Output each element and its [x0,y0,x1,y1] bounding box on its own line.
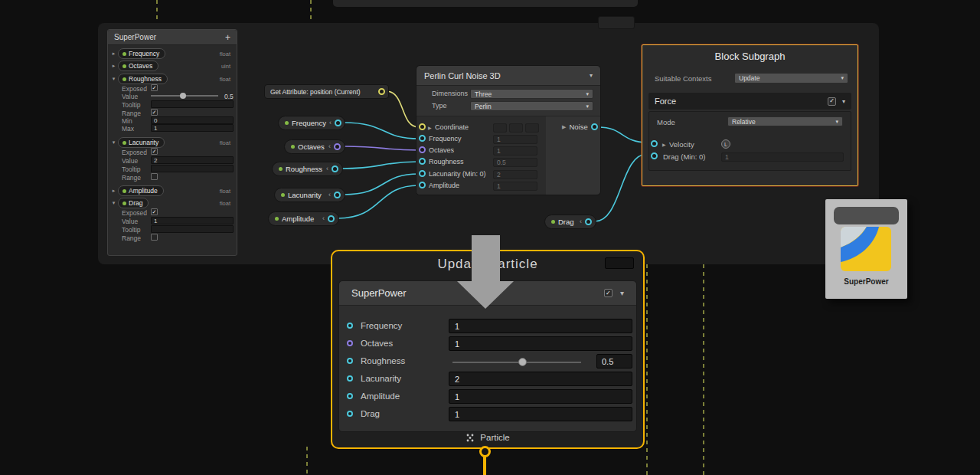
input-port[interactable] [347,393,353,399]
chevron-down-icon[interactable]: ▾ [620,289,624,297]
exposed-checkbox[interactable]: ✓ [151,84,158,91]
min-field[interactable]: 0 [151,116,234,124]
property-pill[interactable]: Amplitude [118,185,164,196]
expander-icon[interactable]: ▾ [109,200,118,206]
get-attribute-node[interactable]: Get Attribute: position (Current) [264,84,389,99]
value-field[interactable]: 1 [151,217,234,224]
output-port[interactable] [335,120,341,126]
input-port[interactable] [347,375,353,382]
property-pill[interactable]: Frequency [118,48,165,59]
output-port[interactable] [591,123,598,130]
blackboard-item-lacunarity[interactable]: ▾ Lacunarity float [109,137,235,148]
input-field[interactable]: 1 [493,146,537,156]
value-field[interactable]: 2 [151,156,234,164]
block-subgraph-panel[interactable]: Block Subgraph Suitable Contexts Update … [642,44,858,186]
blackboard-item-frequency[interactable]: ▸ Frequency float [109,48,235,59]
tooltip-field[interactable] [151,165,234,172]
drag-field[interactable]: 1 [721,152,844,162]
context-capacity-field[interactable] [605,257,634,269]
local-space-badge[interactable]: L [721,139,730,149]
input-port[interactable] [347,323,353,329]
param-node-lacunarity[interactable]: Lacunarity ‹ [274,188,345,202]
input-field[interactable]: 2 [493,170,537,179]
input-field[interactable]: 1 [493,182,537,191]
input-port[interactable] [419,158,426,165]
velocity-input-port[interactable] [651,140,658,147]
collapse-icon[interactable]: ‹ [580,218,582,225]
expander-icon[interactable]: ▾ [109,139,118,146]
output-port[interactable] [585,218,592,225]
collapse-icon[interactable]: ‹ [328,143,331,150]
blackboard-item-amplitude[interactable]: ▸ Amplitude float [109,185,235,196]
input-port[interactable] [419,135,426,142]
input-port[interactable] [347,340,353,346]
collapse-icon[interactable]: ‹ [329,120,332,126]
add-property-button[interactable]: + [225,33,230,42]
coordinate-y-field[interactable] [509,123,523,133]
blackboard-item-drag[interactable]: ▾ Drag float [109,198,235,208]
drag-input-port[interactable] [651,152,658,159]
property-pill[interactable]: Drag [118,198,149,208]
blackboard-item-roughness[interactable]: ▾ Roughness float [109,74,235,84]
max-field[interactable]: 1 [151,124,234,132]
type-dropdown[interactable]: Perlin ▾ [470,101,593,111]
param-node-frequency[interactable]: Frequency ‹ [278,116,345,130]
octaves-field[interactable]: 1 [449,336,632,351]
expander-icon[interactable]: ▸ [109,63,118,69]
exposed-checkbox[interactable]: ✓ [151,148,158,155]
input-port[interactable] [419,146,426,153]
output-port[interactable] [378,88,385,95]
collapse-icon[interactable]: ‹ [322,215,325,222]
blackboard-item-octaves[interactable]: ▸ Octaves uint [109,61,235,71]
expander-triangle-icon[interactable]: ▶ [428,125,432,130]
mode-dropdown[interactable]: Relative ▾ [727,116,843,126]
output-port[interactable] [332,165,338,172]
expander-icon[interactable]: ▸ [109,188,118,194]
chevron-down-icon[interactable]: ▾ [590,72,593,79]
param-node-octaves[interactable]: Octaves ‹ [284,139,345,154]
range-checkbox[interactable] [151,173,158,180]
roughness-slider[interactable] [452,362,581,363]
perlin-curl-noise-node[interactable]: Perlin Curl Noise 3D ▾ Dimensions Three … [416,65,601,195]
exposed-checkbox[interactable]: ✓ [151,208,158,215]
amplitude-field[interactable]: 1 [449,389,632,404]
range-checkbox[interactable] [151,234,158,241]
chevron-down-icon[interactable]: ▾ [842,98,845,105]
output-port[interactable] [334,143,341,150]
force-checkbox[interactable]: ✓ [828,97,836,106]
dimensions-dropdown[interactable]: Three ▾ [470,89,593,99]
expander-icon[interactable]: ▾ [109,76,118,82]
range-checkbox[interactable]: ✓ [151,109,158,116]
coordinate-x-field[interactable] [493,123,507,133]
input-port[interactable] [347,358,353,364]
coordinate-z-field[interactable] [525,123,539,133]
input-field[interactable]: 1 [493,135,537,144]
drag-field[interactable]: 1 [449,407,632,421]
input-field[interactable]: 0.5 [493,158,537,167]
lacunarity-field[interactable]: 2 [449,372,632,386]
slider-handle[interactable] [518,358,527,366]
input-port[interactable] [419,123,426,130]
input-port[interactable] [419,170,426,177]
block-enabled-checkbox[interactable]: ✓ [604,289,612,297]
tooltip-field[interactable] [151,100,234,108]
node-header[interactable]: Perlin Curl Noise 3D ▾ [416,66,600,86]
collapse-icon[interactable]: ‹ [328,192,331,198]
tooltip-field[interactable] [151,225,234,233]
output-port[interactable] [328,215,335,222]
blackboard-header[interactable]: SuperPower + [108,30,237,45]
output-port[interactable] [334,192,341,198]
superpower-asset-card[interactable]: SuperPower [825,199,907,299]
param-node-amplitude[interactable]: Amplitude ‹ [268,211,339,226]
suitable-contexts-dropdown[interactable]: Update ▾ [734,73,848,84]
property-pill[interactable]: Lacunarity [118,137,165,148]
property-pill[interactable]: Roughness [118,74,168,84]
context-flow-anchor[interactable] [479,446,491,457]
roughness-field[interactable]: 0.5 [596,354,632,369]
input-port[interactable] [347,411,353,417]
expander-icon[interactable]: ▸ [109,51,118,57]
input-port[interactable] [419,182,426,188]
param-node-roughness[interactable]: Roughness ‹ [272,162,343,176]
slider-handle[interactable] [180,93,186,99]
expander-triangle-icon[interactable]: ▶ [662,142,666,147]
